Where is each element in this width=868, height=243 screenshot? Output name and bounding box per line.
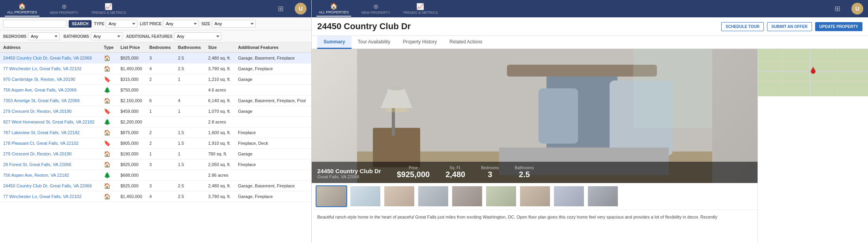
cell-listprice: $315,000 bbox=[117, 74, 146, 85]
cell-type: 🌲 bbox=[101, 170, 117, 181]
cell-bedrooms: 4 bbox=[146, 191, 175, 202]
thumbnail-4[interactable] bbox=[417, 185, 449, 207]
main-content: 24450 Country Club Dr Great Falls, VA 22… bbox=[312, 49, 868, 243]
cell-features bbox=[235, 170, 311, 181]
cell-listprice: $925,000 bbox=[117, 181, 146, 191]
properties-table-wrap: Address Type List Price Bedrooms Bathroo… bbox=[0, 43, 311, 243]
col-bedrooms[interactable]: Bedrooms bbox=[146, 43, 175, 52]
cell-features: Garage bbox=[235, 149, 311, 159]
cell-features: Garage bbox=[235, 106, 311, 117]
thumbnail-8[interactable] bbox=[553, 185, 585, 207]
search-input[interactable] bbox=[6, 21, 53, 26]
table-row[interactable]: 279 Crescent Dr, Reston, VA 20190 🏠 $190… bbox=[0, 149, 311, 159]
bedrooms-filter-group: BEDROOMS Any 12345+ bbox=[3, 32, 60, 40]
right-nav-all-properties[interactable]: 🏠 ALL PROPERTIES bbox=[316, 1, 351, 17]
type-filter-select[interactable]: Any House Land Condo bbox=[106, 20, 137, 28]
cell-features: Garage, Fireplace bbox=[235, 191, 311, 202]
search-bar: SEARCH TYPE Any House Land Condo LIST PR… bbox=[0, 17, 311, 30]
thumbnail-7[interactable] bbox=[519, 185, 551, 207]
cell-bedrooms: 1 bbox=[146, 149, 175, 159]
right-nav-new-property[interactable]: ⊕ NEW PROPERTY bbox=[359, 1, 393, 16]
col-type[interactable]: Type bbox=[101, 43, 117, 52]
bedrooms-filter-select[interactable]: Any 12345+ bbox=[28, 32, 60, 40]
cell-bedrooms bbox=[146, 85, 175, 95]
left-nav-all-properties[interactable]: 🏠 ALL PROPERTIES bbox=[5, 1, 39, 17]
tab-related-actions[interactable]: Related Actions bbox=[443, 36, 488, 49]
left-panel: 🏠 ALL PROPERTIES ⊕ NEW PROPERTY 📈 TRENDS… bbox=[0, 0, 312, 243]
table-row[interactable]: 7303 Amerige St, Great Falls, VA 22066 🏠… bbox=[0, 95, 311, 106]
table-row[interactable]: 24450 Country Club Dr, Great Falls, VA 2… bbox=[0, 52, 311, 64]
bedrooms-label: Bedrooms bbox=[481, 166, 499, 170]
avatar-left[interactable]: U bbox=[295, 3, 307, 15]
cell-listprice: $459,000 bbox=[117, 106, 146, 117]
table-row[interactable]: 24450 Country Club Dr, Great Falls, VA 2… bbox=[0, 181, 311, 191]
table-row[interactable]: 178 Pleasant Ct, Great Falls, VA 22102 🔖… bbox=[0, 138, 311, 149]
cell-address: 178 Pleasant Ct, Great Falls, VA 22102 bbox=[0, 138, 101, 149]
col-address[interactable]: Address bbox=[0, 43, 101, 52]
left-nav-trends[interactable]: 📈 TRENDS & METRICS bbox=[89, 1, 129, 16]
grid-icon-left[interactable]: ⊞ bbox=[278, 4, 284, 13]
tab-tour-availability[interactable]: Tour Availability bbox=[352, 36, 397, 49]
tab-summary[interactable]: Summary bbox=[317, 36, 352, 49]
cell-bedrooms: 1 bbox=[146, 106, 175, 117]
table-row[interactable]: 787 Lakeview St, Great Falls, VA 22182 🏠… bbox=[0, 127, 311, 138]
home-icon: 🏠 bbox=[18, 2, 26, 10]
right-panel: 🏠 ALL PROPERTIES ⊕ NEW PROPERTY 📈 TRENDS… bbox=[312, 0, 868, 243]
bathrooms-label: Bathrooms bbox=[515, 166, 534, 170]
thumbnail-9[interactable] bbox=[587, 185, 619, 207]
schedule-tour-button[interactable]: SCHEDULE TOUR bbox=[721, 22, 764, 31]
cell-size: 2,050 sq. ft. bbox=[205, 159, 235, 170]
search-button[interactable]: SEARCH bbox=[69, 20, 92, 28]
col-size[interactable]: Size bbox=[205, 43, 235, 52]
thumbnail-3[interactable] bbox=[383, 185, 415, 207]
cell-features: Fireplace bbox=[235, 127, 311, 138]
left-nav-new-property[interactable]: ⊕ NEW PROPERTY bbox=[47, 1, 81, 16]
price-value: $925,000 bbox=[397, 170, 430, 179]
thumbnail-5[interactable] bbox=[451, 185, 483, 207]
photo-address-sub: Great Falls, VA 22066 bbox=[317, 174, 381, 179]
table-row[interactable]: 756 Aspen Ave, Great Falls, VA 22066 🌲 $… bbox=[0, 85, 311, 95]
cell-type: 🏠 bbox=[101, 159, 117, 170]
col-listprice[interactable]: List Price bbox=[117, 43, 146, 52]
cell-size: 1,210 sq. ft. bbox=[205, 74, 235, 85]
table-row[interactable]: 827 West Homewood St, Great Falls, VA 22… bbox=[0, 117, 311, 127]
submit-offer-button[interactable]: SUBMIT AN OFFER bbox=[767, 22, 812, 31]
bedrooms-value: 3 bbox=[481, 170, 499, 179]
header-buttons: SCHEDULE TOUR SUBMIT AN OFFER UPDATE PRO… bbox=[721, 22, 862, 31]
table-row[interactable]: 77 Winchester Ln, Great Falls, VA 22102 … bbox=[0, 191, 311, 202]
thumbnail-6[interactable] bbox=[485, 185, 517, 207]
cell-bathrooms: 2.5 bbox=[175, 191, 205, 202]
sqft-stat: Sq. Ft. 2,480 bbox=[445, 166, 465, 179]
cell-bedrooms: 2 bbox=[146, 127, 175, 138]
right-nav-trends[interactable]: 📈 TRENDS & METRICS bbox=[400, 1, 440, 16]
table-row[interactable]: 28 Forest St, Great Falls, VA 22066 🏠 $9… bbox=[0, 159, 311, 170]
svg-rect-16 bbox=[809, 49, 811, 96]
thumbnail-2[interactable] bbox=[350, 185, 381, 207]
cell-features bbox=[235, 117, 311, 127]
table-row[interactable]: 77 Winchester Ln, Great Falls, VA 22102 … bbox=[0, 64, 311, 74]
table-row[interactable]: 970 Cambridge St, Reston, VA 20190 🔖 $31… bbox=[0, 74, 311, 85]
cell-size: 6,140 sq. ft. bbox=[205, 95, 235, 106]
thumbnail-1[interactable] bbox=[316, 185, 347, 207]
col-features[interactable]: Additional Features bbox=[235, 43, 311, 52]
avatar-right[interactable]: U bbox=[851, 3, 863, 15]
search-input-wrap bbox=[3, 20, 66, 28]
cell-type: 🔖 bbox=[101, 106, 117, 117]
right-nav-new-property-label: NEW PROPERTY bbox=[361, 11, 390, 15]
tabs-bar: Summary Tour Availability Property Histo… bbox=[312, 36, 868, 49]
bathrooms-filter-select[interactable]: Any 11.522.53+ bbox=[91, 32, 122, 40]
photo-overlay: 24450 Country Club Dr Great Falls, VA 22… bbox=[312, 162, 758, 183]
update-property-button[interactable]: UPDATE PROPERTY bbox=[815, 22, 862, 31]
left-nav-all-properties-label: ALL PROPERTIES bbox=[7, 10, 37, 14]
listprice-filter-select[interactable]: Any Under $500K $500K-$1M Over $1M bbox=[163, 20, 199, 28]
cell-address: 787 Lakeview St, Great Falls, VA 22182 bbox=[0, 127, 101, 138]
cell-listprice: $925,000 bbox=[117, 52, 146, 64]
additional-features-select[interactable]: Any GarageFireplacePoolBasement bbox=[174, 32, 221, 40]
bathrooms-filter-group: BATHROOMS Any 11.522.53+ bbox=[64, 32, 122, 40]
col-bathrooms[interactable]: Bathrooms bbox=[175, 43, 205, 52]
table-row[interactable]: 279 Crescent Dr, Reston, VA 20190 🔖 $459… bbox=[0, 106, 311, 117]
tab-property-history[interactable]: Property History bbox=[397, 36, 443, 49]
grid-icon-right[interactable]: ⊞ bbox=[834, 4, 840, 13]
table-row[interactable]: 756 Aspen Ave, Reston, VA 22182 🌲 $688,0… bbox=[0, 170, 311, 181]
size-filter-select[interactable]: Any Under 1000 sq.ft. 1000-3000 sq.ft. O… bbox=[212, 20, 256, 28]
